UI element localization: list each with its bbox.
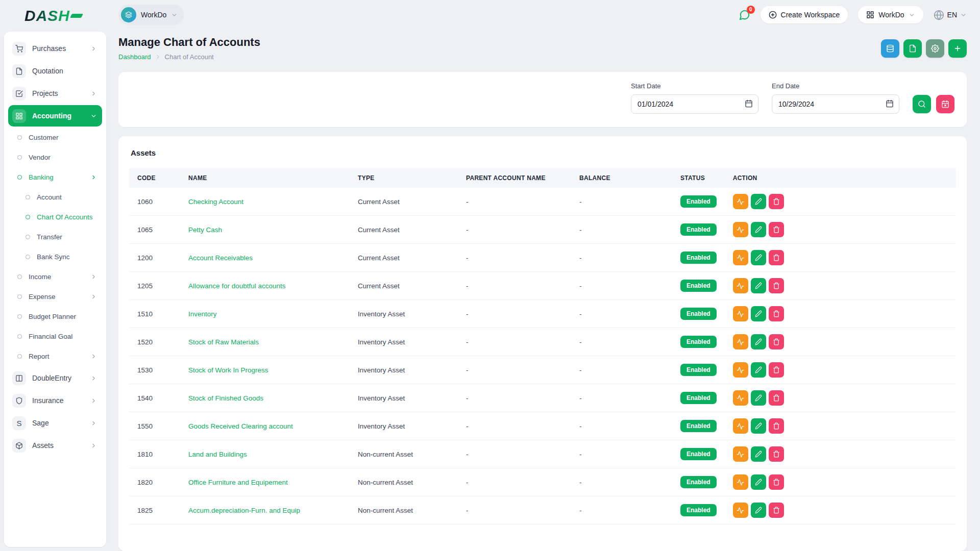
edit-button[interactable] bbox=[751, 418, 766, 434]
database-icon bbox=[886, 44, 894, 53]
end-date-input[interactable] bbox=[772, 94, 899, 114]
status-badge[interactable]: Enabled bbox=[680, 504, 717, 516]
sidebar-item-quotation[interactable]: Quotation bbox=[8, 60, 102, 82]
delete-button[interactable] bbox=[769, 446, 784, 462]
settings-button[interactable] bbox=[926, 39, 944, 58]
delete-button[interactable] bbox=[769, 222, 784, 237]
journal-activity-button[interactable] bbox=[733, 250, 748, 265]
account-name-link[interactable]: Checking Account bbox=[188, 198, 243, 206]
edit-button[interactable] bbox=[751, 446, 766, 462]
export-button[interactable] bbox=[903, 39, 922, 58]
reset-filter-button[interactable] bbox=[936, 95, 954, 113]
edit-button[interactable] bbox=[751, 503, 766, 518]
delete-button[interactable] bbox=[769, 390, 784, 406]
journal-activity-button[interactable] bbox=[733, 362, 748, 378]
status-badge[interactable]: Enabled bbox=[680, 364, 717, 376]
edit-button[interactable] bbox=[751, 390, 766, 406]
account-name-link[interactable]: Inventory bbox=[188, 310, 217, 318]
delete-button[interactable] bbox=[769, 362, 784, 378]
account-name-link[interactable]: Accum.depreciation-Furn. and Equip bbox=[188, 507, 300, 514]
status-badge[interactable]: Enabled bbox=[680, 476, 717, 488]
edit-button[interactable] bbox=[751, 362, 766, 378]
create-workspace-button[interactable]: Create Workspace bbox=[761, 6, 848, 23]
search-button[interactable] bbox=[913, 95, 931, 113]
journal-activity-button[interactable] bbox=[733, 278, 748, 293]
workspace-switcher[interactable]: WorkDo bbox=[118, 5, 184, 25]
chat-button[interactable]: 0 bbox=[739, 9, 750, 21]
status-badge[interactable]: Enabled bbox=[680, 223, 717, 236]
status-badge[interactable]: Enabled bbox=[680, 392, 717, 404]
sidebar-item-income[interactable]: Income bbox=[4, 267, 106, 287]
status-badge[interactable]: Enabled bbox=[680, 280, 717, 292]
chevron-right-icon bbox=[90, 353, 97, 360]
account-name-link[interactable]: Allowance for doubtful accounts bbox=[188, 282, 286, 290]
edit-button[interactable] bbox=[751, 306, 766, 321]
language-selector[interactable]: EN bbox=[934, 10, 967, 20]
activity-icon bbox=[737, 507, 744, 514]
journal-activity-button[interactable] bbox=[733, 503, 748, 518]
status-badge[interactable]: Enabled bbox=[680, 336, 717, 348]
sidebar-item-projects[interactable]: Projects bbox=[8, 83, 102, 104]
edit-button[interactable] bbox=[751, 334, 766, 349]
delete-button[interactable] bbox=[769, 194, 784, 209]
breadcrumb-dashboard-link[interactable]: Dashboard bbox=[118, 53, 151, 61]
journal-activity-button[interactable] bbox=[733, 446, 748, 462]
sidebar-item-expense[interactable]: Expense bbox=[4, 287, 106, 307]
status-badge[interactable]: Enabled bbox=[680, 195, 717, 208]
status-badge[interactable]: Enabled bbox=[680, 448, 717, 460]
delete-button[interactable] bbox=[769, 278, 784, 293]
sidebar-item-purchases[interactable]: Purchases bbox=[8, 38, 102, 59]
delete-button[interactable] bbox=[769, 306, 784, 321]
chart-of-account-overview-button[interactable] bbox=[881, 39, 899, 58]
create-account-button[interactable] bbox=[948, 39, 967, 58]
journal-activity-button[interactable] bbox=[733, 418, 748, 434]
sidebar-item-label: Customer bbox=[29, 134, 59, 141]
delete-button[interactable] bbox=[769, 250, 784, 265]
status-badge[interactable]: Enabled bbox=[680, 252, 717, 264]
sidebar-item-chart-of-accounts[interactable]: Chart Of Accounts bbox=[4, 207, 106, 227]
account-name-link[interactable]: Stock of Work In Progress bbox=[188, 366, 268, 374]
edit-button[interactable] bbox=[751, 194, 766, 209]
journal-activity-button[interactable] bbox=[733, 474, 748, 490]
sidebar-item-transfer[interactable]: Transfer bbox=[4, 227, 106, 247]
journal-activity-button[interactable] bbox=[733, 306, 748, 321]
journal-activity-button[interactable] bbox=[733, 194, 748, 209]
edit-button[interactable] bbox=[751, 222, 766, 237]
table-row: 1520 Stock of Raw Materials Inventory As… bbox=[129, 328, 956, 356]
account-name-link[interactable]: Land and Buildings bbox=[188, 450, 247, 458]
journal-activity-button[interactable] bbox=[733, 390, 748, 406]
sidebar-item-budget-planner[interactable]: Budget Planner bbox=[4, 307, 106, 327]
status-badge[interactable]: Enabled bbox=[680, 420, 717, 432]
sidebar-item-customer[interactable]: Customer bbox=[4, 128, 106, 147]
sidebar-item-accounting[interactable]: Accounting bbox=[8, 105, 102, 127]
account-name-link[interactable]: Office Furniture and Equipement bbox=[188, 479, 288, 486]
sidebar-item-doubleentry[interactable]: DoubleEntry bbox=[8, 367, 102, 389]
sidebar-item-vendor[interactable]: Vendor bbox=[4, 147, 106, 167]
status-badge[interactable]: Enabled bbox=[680, 308, 717, 320]
edit-button[interactable] bbox=[751, 474, 766, 490]
sidebar-item-bank-sync[interactable]: Bank Sync bbox=[4, 247, 106, 267]
sidebar-item-assets[interactable]: Assets bbox=[8, 435, 102, 456]
journal-activity-button[interactable] bbox=[733, 222, 748, 237]
delete-button[interactable] bbox=[769, 474, 784, 490]
edit-button[interactable] bbox=[751, 278, 766, 293]
account-name-link[interactable]: Stock of Finished Goods bbox=[188, 394, 263, 402]
account-name-link[interactable]: Petty Cash bbox=[188, 226, 222, 234]
delete-button[interactable] bbox=[769, 334, 784, 349]
sidebar-item-account[interactable]: Account bbox=[4, 187, 106, 207]
journal-activity-button[interactable] bbox=[733, 334, 748, 349]
delete-button[interactable] bbox=[769, 503, 784, 518]
sidebar-item-insurance[interactable]: Insurance bbox=[8, 390, 102, 411]
delete-button[interactable] bbox=[769, 418, 784, 434]
account-name-link[interactable]: Goods Received Clearing account bbox=[188, 422, 293, 430]
sidebar-item-financial-goal[interactable]: Financial Goal bbox=[4, 327, 106, 346]
start-date-input[interactable] bbox=[631, 94, 758, 114]
workdo-menu-button[interactable]: WorkDo bbox=[858, 6, 923, 23]
sidebar-item-sage[interactable]: S Sage bbox=[8, 412, 102, 434]
sidebar-item-banking[interactable]: Banking bbox=[4, 167, 106, 187]
account-name-link[interactable]: Account Receivables bbox=[188, 254, 253, 262]
sidebar-item-label: Assets bbox=[32, 441, 54, 449]
account-name-link[interactable]: Stock of Raw Materials bbox=[188, 338, 259, 346]
sidebar-item-report[interactable]: Report bbox=[4, 346, 106, 366]
edit-button[interactable] bbox=[751, 250, 766, 265]
